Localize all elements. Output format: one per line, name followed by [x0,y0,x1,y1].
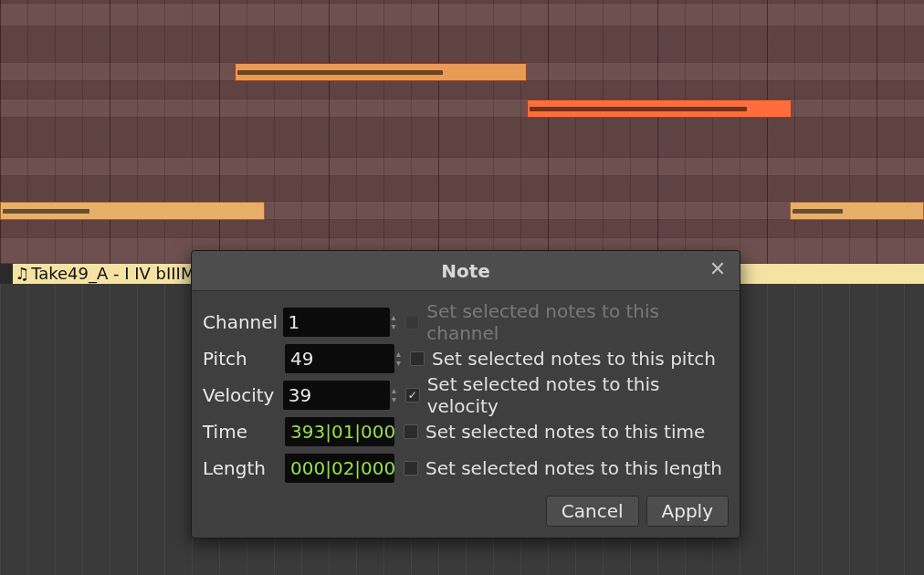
note-dialog-body: Channel 1 ▴▾ Set selected notes to this … [192,291,740,538]
note-velocity-bar [3,209,89,214]
apply-button[interactable]: Apply [646,496,729,527]
piano-roll-row [0,176,924,202]
close-icon[interactable]: ✕ [705,256,730,282]
channel-checkbox-label: Set selected notes to this channel [426,300,729,344]
note-velocity-bar [793,209,843,214]
note-velocity-bar [530,107,747,111]
note-dialog-title: Note [441,260,490,282]
piano-roll-row [0,81,924,99]
piano-roll-row [0,158,924,176]
pitch-checkbox-label: Set selected notes to this pitch [432,348,716,370]
row-channel: Channel 1 ▴▾ Set selected notes to this … [203,304,729,340]
note-dialog: Note ✕ Channel 1 ▴▾ Set selected notes t… [191,250,740,538]
piano-roll-row [0,220,924,238]
velocity-checkbox-label: Set selected notes to this velocity [427,373,729,417]
piano-roll[interactable] [0,0,924,264]
row-velocity: Velocity 39 ▴▾ Set selected notes to thi… [203,377,729,413]
channel-checkbox [405,315,420,329]
length-field[interactable]: 000|02|000 [285,454,394,483]
midi-note[interactable] [0,202,265,220]
dialog-button-row: Cancel Apply [203,496,729,527]
note-velocity-bar [237,70,443,75]
pitch-checkbox[interactable] [410,351,425,366]
piano-roll-row [0,26,924,63]
velocity-field[interactable]: 39 [283,381,390,410]
channel-label: Channel [203,311,283,333]
pitch-label: Pitch [203,348,285,370]
velocity-spinner[interactable]: ▴▾ [392,381,396,410]
row-length: Length 000|02|000 Set selected notes to … [203,450,729,486]
pitch-spinner[interactable]: ▴▾ [396,344,401,373]
pitch-field[interactable]: 49 [285,344,394,373]
region-name: Take49_A - I IV bIIIM [31,264,194,283]
piano-roll-row [0,118,924,158]
cancel-button[interactable]: Cancel [546,496,639,527]
time-checkbox-label: Set selected notes to this time [425,421,705,443]
length-checkbox[interactable] [404,461,418,476]
time-field[interactable]: 393|01|000 [285,417,394,446]
row-time: Time 393|01|000 Set selected notes to th… [203,413,729,450]
velocity-label: Velocity [203,384,283,406]
time-checkbox[interactable] [404,424,418,439]
velocity-checkbox[interactable] [405,388,420,402]
music-note-icon: ♫ [15,264,29,283]
row-pitch: Pitch 49 ▴▾ Set selected notes to this p… [203,340,729,377]
length-label: Length [203,457,285,479]
midi-note[interactable] [527,99,792,118]
piano-roll-row [0,4,924,26]
length-checkbox-label: Set selected notes to this length [425,457,722,479]
note-dialog-titlebar[interactable]: Note ✕ [192,251,740,291]
channel-field[interactable]: 1 [283,308,390,337]
time-label: Time [203,421,285,443]
channel-spinner[interactable]: ▴▾ [392,308,396,337]
midi-note[interactable] [790,202,924,220]
midi-note[interactable] [235,63,527,81]
